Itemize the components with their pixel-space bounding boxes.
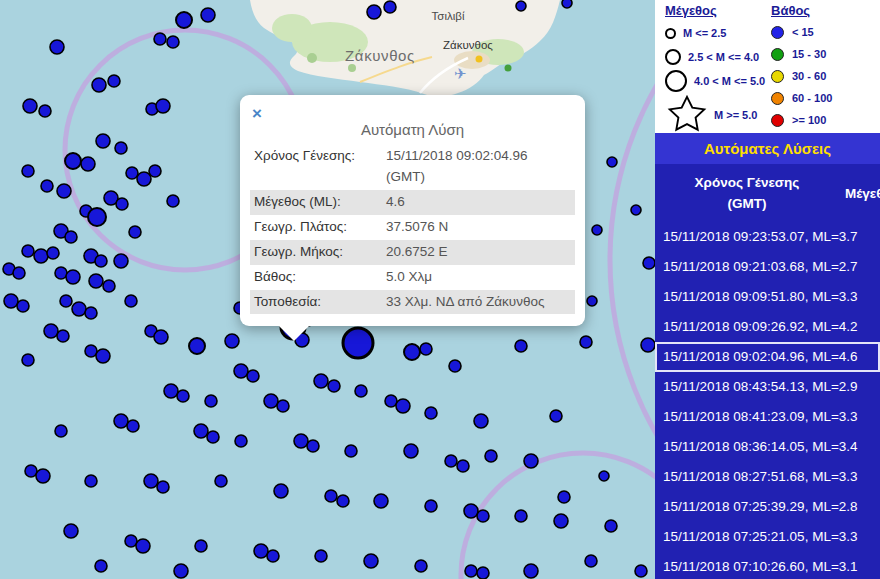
earthquake-marker[interactable] <box>516 1 526 11</box>
earthquake-marker[interactable] <box>47 247 59 259</box>
earthquake-marker[interactable] <box>235 435 247 447</box>
earthquake-marker[interactable] <box>328 380 340 392</box>
earthquake-marker[interactable] <box>195 540 207 552</box>
earthquake-marker[interactable] <box>174 564 188 578</box>
earthquake-marker[interactable] <box>474 414 488 428</box>
earthquake-marker[interactable] <box>144 474 158 488</box>
earthquake-marker[interactable] <box>85 475 97 487</box>
earthquake-marker[interactable] <box>524 564 538 578</box>
earthquake-marker[interactable] <box>415 560 427 572</box>
earthquake-marker[interactable] <box>345 445 357 457</box>
earthquake-marker[interactable] <box>36 469 50 483</box>
earthquake-marker[interactable] <box>201 8 215 22</box>
earthquake-marker[interactable] <box>167 195 179 207</box>
earthquake-marker[interactable] <box>355 385 367 397</box>
event-row[interactable]: 15/11/2018 09:23:53.07, ML=3.7 <box>655 222 880 252</box>
earthquake-marker[interactable] <box>384 1 396 13</box>
event-row[interactable]: 15/11/2018 09:09:51.80, ML=3.3 <box>655 282 880 312</box>
earthquake-marker[interactable] <box>57 330 69 342</box>
earthquake-marker[interactable] <box>34 249 48 263</box>
earthquake-marker[interactable] <box>66 270 80 284</box>
earthquake-marker[interactable] <box>65 153 81 169</box>
earthquake-marker[interactable] <box>445 455 457 467</box>
earthquake-marker[interactable] <box>425 500 437 512</box>
earthquake-marker[interactable] <box>167 36 179 48</box>
earthquake-marker[interactable] <box>89 274 103 288</box>
earthquake-marker[interactable] <box>364 554 378 568</box>
earthquake-marker[interactable] <box>96 134 110 148</box>
earthquake-marker[interactable] <box>605 520 617 532</box>
earthquake-marker[interactable] <box>558 491 570 503</box>
earthquake-marker[interactable] <box>425 407 437 419</box>
earthquake-marker[interactable] <box>189 338 205 354</box>
event-row[interactable]: 15/11/2018 07:10:26.60, ML=3.1 <box>655 552 880 579</box>
event-row[interactable]: 15/11/2018 08:36:14.05, ML=3.4 <box>655 432 880 462</box>
earthquake-marker[interactable] <box>136 539 150 553</box>
earthquake-marker[interactable] <box>215 475 227 487</box>
event-row[interactable]: 15/11/2018 09:21:03.68, ML=2.7 <box>655 252 880 282</box>
earthquake-marker[interactable] <box>307 440 319 452</box>
earthquake-marker[interactable] <box>404 444 418 458</box>
earthquake-marker[interactable] <box>149 165 161 177</box>
event-row[interactable]: 15/11/2018 09:09:26.92, ML=4.2 <box>655 312 880 342</box>
event-row[interactable]: 15/11/2018 09:02:04.96, ML=4.6 <box>655 342 880 372</box>
earthquake-marker[interactable] <box>485 450 497 462</box>
earthquake-marker[interactable] <box>17 300 29 312</box>
earthquake-marker[interactable] <box>396 399 410 413</box>
earthquake-marker[interactable] <box>60 295 72 307</box>
earthquake-marker[interactable] <box>44 324 58 338</box>
earthquake-marker[interactable] <box>127 420 139 432</box>
earthquake-marker[interactable] <box>515 340 527 352</box>
earthquake-marker[interactable] <box>367 5 381 19</box>
earthquake-marker[interactable] <box>65 231 77 243</box>
earthquake-marker[interactable] <box>264 394 278 408</box>
earthquake-marker[interactable] <box>277 400 289 412</box>
earthquake-marker[interactable] <box>554 514 568 528</box>
earthquake-marker[interactable] <box>457 460 469 472</box>
earthquake-marker[interactable] <box>294 434 308 448</box>
earthquake-marker[interactable] <box>22 245 34 257</box>
earthquake-marker[interactable] <box>50 40 64 54</box>
map[interactable]: ✈ Τσιλιβί Ζάκυνθος Ζάκυνθος × Αυτόματη Λ… <box>0 0 655 579</box>
earthquake-marker[interactable] <box>64 524 78 538</box>
earthquake-marker[interactable] <box>477 567 489 579</box>
earthquake-marker[interactable] <box>108 75 120 87</box>
earthquake-marker[interactable] <box>247 370 259 382</box>
earthquake-marker[interactable] <box>404 344 420 360</box>
earthquake-marker[interactable] <box>95 255 107 267</box>
earthquake-marker[interactable] <box>13 267 25 279</box>
earthquake-marker[interactable] <box>114 254 128 268</box>
earthquake-marker[interactable] <box>205 395 217 407</box>
earthquake-marker[interactable] <box>23 99 37 113</box>
earthquake-marker[interactable] <box>385 395 397 407</box>
earthquake-marker[interactable] <box>592 225 602 235</box>
earthquake-marker[interactable] <box>643 257 655 269</box>
earthquake-marker[interactable] <box>137 172 151 186</box>
earthquake-marker[interactable] <box>464 504 478 518</box>
event-row[interactable]: 15/11/2018 08:43:54.13, ML=2.9 <box>655 372 880 402</box>
earthquake-marker[interactable] <box>343 328 373 358</box>
earthquake-marker[interactable] <box>314 374 328 388</box>
earthquake-marker[interactable] <box>550 410 562 422</box>
earthquake-marker[interactable] <box>22 354 34 366</box>
earthquake-marker[interactable] <box>177 390 189 402</box>
earthquake-marker[interactable] <box>325 490 337 502</box>
earthquake-marker[interactable] <box>449 360 461 372</box>
earthquake-marker[interactable] <box>194 424 208 438</box>
close-icon[interactable]: × <box>252 105 262 122</box>
earthquake-marker[interactable] <box>125 535 137 547</box>
earthquake-marker[interactable] <box>154 33 166 45</box>
earthquake-marker[interactable] <box>164 384 178 398</box>
earthquake-marker[interactable] <box>115 142 127 154</box>
earthquake-marker[interactable] <box>207 431 219 443</box>
event-row[interactable]: 15/11/2018 07:25:39.29, ML=2.8 <box>655 492 880 522</box>
earthquake-marker[interactable] <box>103 280 115 292</box>
event-row[interactable]: 15/11/2018 08:27:51.68, ML=3.3 <box>655 462 880 492</box>
earthquake-marker[interactable] <box>587 296 597 306</box>
earthquake-marker[interactable] <box>562 0 572 8</box>
earthquake-marker[interactable] <box>55 267 67 279</box>
earthquake-marker[interactable] <box>4 294 18 308</box>
earthquake-marker[interactable] <box>315 550 327 562</box>
earthquake-marker[interactable] <box>374 494 388 508</box>
earthquake-marker[interactable] <box>116 198 128 210</box>
